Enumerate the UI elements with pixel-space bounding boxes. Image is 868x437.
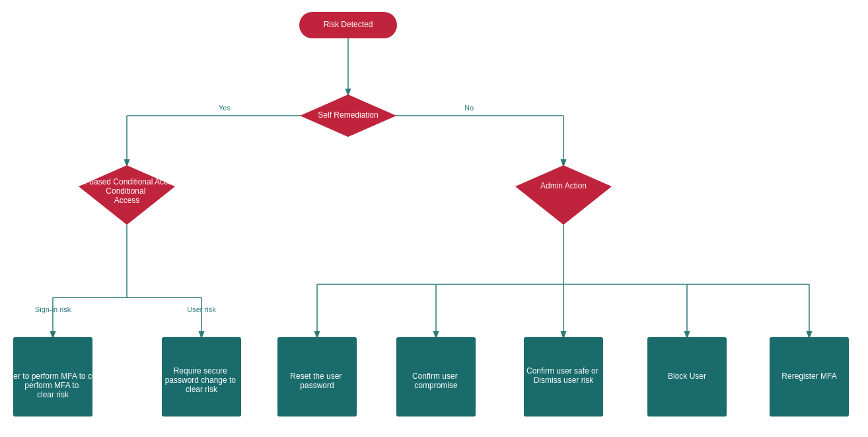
admin-action-node	[515, 165, 612, 225]
admin-action-label: Admin Action	[540, 181, 587, 190]
box-reregister-mfa-label: Reregister MFA	[781, 372, 836, 381]
box-confirm-compromise-label: Confirm user compromise	[412, 372, 460, 390]
flowchart-diagram: Yes No Sign-in risk User risk Risk Detec…	[0, 0, 868, 437]
no-label: No	[464, 104, 474, 112]
risk-detected-label: Risk Detected	[324, 20, 373, 29]
user-risk-label: User risk	[187, 305, 216, 313]
yes-label: Yes	[219, 104, 231, 112]
self-remediation-label: Self Remediation	[318, 110, 378, 120]
sign-in-risk-label: Sign-in risk	[35, 305, 71, 313]
box-block-user-label: Block User	[668, 372, 706, 381]
box-confirm-safe-label: Confirm user safe or Dismiss user risk	[526, 366, 600, 385]
